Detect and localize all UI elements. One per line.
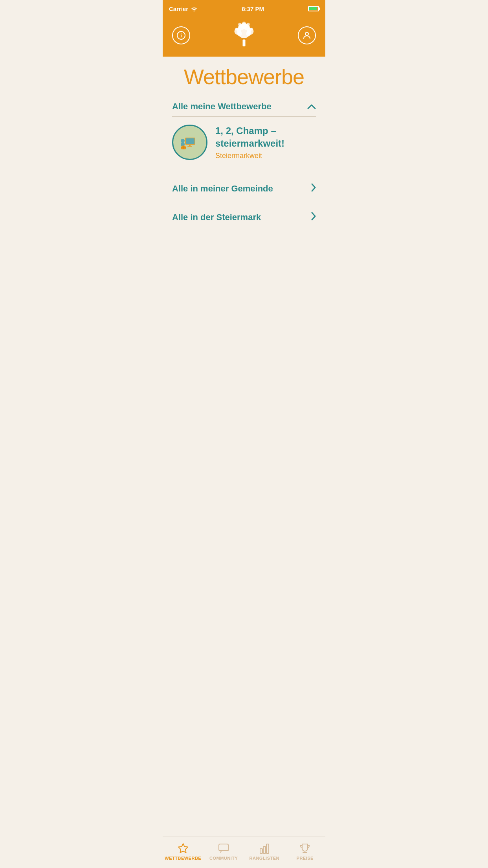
svg-point-12 (250, 28, 253, 31)
svg-text:i: i (180, 33, 182, 39)
competition-avatar (172, 125, 207, 160)
svg-point-13 (238, 23, 242, 26)
svg-point-9 (237, 31, 242, 36)
profile-button[interactable] (298, 26, 316, 44)
svg-point-16 (305, 32, 308, 35)
page-title: Wettbewerbe (172, 64, 316, 89)
gemeinde-link-label: Alle in meiner Gemeinde (172, 184, 273, 194)
nav-link-gemeinde[interactable]: Alle in meiner Gemeinde (172, 175, 316, 203)
chevron-right-icon-steiermark (311, 212, 316, 223)
main-content: Wettbewerbe Alle meine Wettbewerbe (163, 57, 325, 232)
carrier-info: Carrier (169, 6, 198, 12)
info-icon: i (177, 31, 185, 40)
my-competitions-header[interactable]: Alle meine Wettbewerbe (172, 97, 316, 116)
competition-scope: Steiermarkweit (215, 152, 316, 160)
battery-indicator (308, 6, 319, 11)
svg-point-14 (246, 23, 250, 26)
steiermark-link-label: Alle in der Steiermark (172, 212, 261, 223)
status-bar: Carrier 8:37 PM (163, 0, 325, 17)
tree-logo-icon (230, 22, 258, 49)
battery-icon (308, 6, 319, 11)
app-header: i (163, 17, 325, 57)
competition-item[interactable]: 1, 2, Champ – steiermarkweit! Steiermark… (172, 117, 316, 168)
nav-link-steiermark[interactable]: Alle in der Steiermark (172, 203, 316, 232)
svg-point-11 (235, 28, 238, 31)
app-logo (230, 22, 258, 49)
status-time: 8:37 PM (242, 6, 264, 12)
svg-rect-20 (187, 146, 192, 147)
wifi-icon (191, 6, 198, 11)
svg-rect-2 (243, 40, 246, 47)
battery-fill (309, 7, 317, 10)
svg-rect-18 (186, 138, 194, 144)
competition-name: 1, 2, Champ – steiermarkweit! (215, 125, 316, 149)
chevron-right-icon-gemeinde (311, 183, 316, 194)
my-competitions-title: Alle meine Wettbewerbe (172, 101, 272, 112)
item-divider (172, 168, 316, 168)
profile-icon (302, 31, 312, 40)
carrier-text: Carrier (169, 6, 188, 12)
info-button[interactable]: i (172, 26, 190, 44)
bottom-spacer (163, 232, 325, 271)
chevron-up-icon (307, 101, 316, 112)
person-desk-icon (178, 131, 202, 154)
svg-point-10 (246, 31, 251, 36)
competition-info: 1, 2, Champ – steiermarkweit! Steiermark… (215, 125, 316, 160)
svg-point-15 (242, 22, 246, 25)
